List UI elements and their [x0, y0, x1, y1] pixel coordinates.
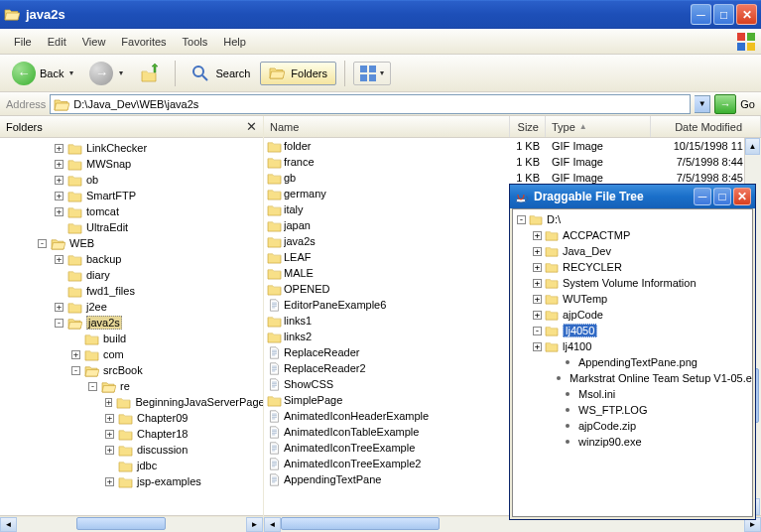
- expand-icon[interactable]: +: [105, 477, 114, 486]
- tree-item[interactable]: +ob: [0, 172, 263, 188]
- maximize-button[interactable]: □: [713, 188, 731, 205]
- expand-icon[interactable]: +: [533, 247, 542, 256]
- tree-item[interactable]: jdbc: [0, 458, 263, 473]
- list-row[interactable]: folder1 KBGIF Image10/15/1998 11: [264, 138, 761, 154]
- expand-icon[interactable]: +: [105, 398, 112, 407]
- tree-item[interactable]: +Chapter09: [0, 410, 263, 426]
- tree-item[interactable]: build: [0, 331, 263, 346]
- chevron-down-icon[interactable]: ▾: [69, 68, 73, 77]
- menu-edit[interactable]: Edit: [40, 33, 74, 51]
- go-button[interactable]: →: [714, 94, 736, 114]
- column-size[interactable]: Size: [510, 116, 546, 137]
- scroll-right-button[interactable]: ►: [246, 517, 263, 532]
- minimize-button[interactable]: ─: [691, 4, 711, 25]
- tree-item[interactable]: -srcBook: [0, 362, 263, 378]
- forward-button[interactable]: → ▾: [83, 59, 129, 88]
- tree-item[interactable]: +jsp-examples: [0, 473, 263, 489]
- scroll-thumb[interactable]: [281, 517, 440, 530]
- tree-item[interactable]: +lj4100: [515, 338, 750, 354]
- menu-view[interactable]: View: [74, 33, 114, 51]
- tree-item[interactable]: Markstrat Online Team Setup V1-05.exe: [515, 370, 750, 386]
- tree-item[interactable]: +ACCPACTMP: [515, 227, 750, 243]
- tree-item[interactable]: -java2s: [0, 315, 263, 331]
- tree-item[interactable]: WS_FTP.LOG: [515, 402, 750, 418]
- tree-item[interactable]: +RECYCLER: [515, 259, 750, 275]
- tree-item[interactable]: +System Volume Information: [515, 275, 750, 291]
- expand-icon[interactable]: +: [55, 255, 63, 264]
- tree-item[interactable]: UltraEdit: [0, 219, 263, 235]
- java-window[interactable]: Draggable File Tree ─ □ ✕ -D:\+ACCPACTMP…: [509, 184, 756, 520]
- tree-item[interactable]: +LinkChecker: [0, 140, 263, 156]
- tree-item[interactable]: -D:\: [515, 211, 750, 227]
- expand-icon[interactable]: +: [55, 144, 63, 153]
- collapse-icon[interactable]: -: [71, 366, 80, 375]
- tree-item[interactable]: ajpCode.zip: [515, 418, 750, 434]
- expand-icon[interactable]: +: [55, 192, 63, 200]
- expand-icon[interactable]: +: [71, 350, 80, 359]
- tree-item[interactable]: -re: [0, 378, 263, 394]
- tree-item[interactable]: +com: [0, 346, 263, 362]
- menu-file[interactable]: File: [6, 33, 40, 51]
- java-titlebar[interactable]: Draggable File Tree ─ □ ✕: [510, 185, 755, 208]
- tree-item[interactable]: +discussion: [0, 442, 263, 458]
- expand-icon[interactable]: +: [105, 414, 114, 423]
- tree-item[interactable]: +SmartFTP: [0, 188, 263, 203]
- collapse-icon[interactable]: -: [517, 215, 526, 224]
- menu-tools[interactable]: Tools: [175, 33, 216, 51]
- folder-tree[interactable]: +LinkChecker+MWSnap+ob+SmartFTP+tomcatUl…: [0, 138, 263, 515]
- tree-item[interactable]: +WUTemp: [515, 291, 750, 307]
- collapse-icon[interactable]: -: [88, 382, 97, 391]
- chevron-down-icon[interactable]: ▾: [119, 68, 123, 77]
- titlebar[interactable]: java2s ─ □ ✕: [0, 0, 761, 29]
- expand-icon[interactable]: +: [533, 231, 542, 240]
- back-button[interactable]: ← Back ▾: [6, 59, 79, 88]
- scroll-track[interactable]: [17, 517, 246, 532]
- scroll-thumb[interactable]: [76, 517, 166, 530]
- tree-item[interactable]: AppendingTextPane.png: [515, 354, 750, 370]
- column-type[interactable]: Type▲: [546, 116, 651, 137]
- maximize-button[interactable]: □: [713, 4, 734, 25]
- up-button[interactable]: [133, 60, 167, 87]
- tree-item[interactable]: fwd1_files: [0, 283, 263, 299]
- close-button[interactable]: ✕: [736, 4, 757, 25]
- address-dropdown[interactable]: ▼: [695, 95, 710, 113]
- expand-icon[interactable]: +: [533, 295, 542, 304]
- collapse-icon[interactable]: -: [55, 319, 63, 328]
- minimize-button[interactable]: ─: [694, 188, 711, 205]
- collapse-icon[interactable]: -: [533, 327, 542, 335]
- tree-item[interactable]: Msol.ini: [515, 386, 750, 402]
- tree-item[interactable]: +BeginningJavaServerPages: [0, 394, 263, 410]
- address-field[interactable]: D:\Java_Dev\WEB\java2s: [50, 94, 691, 114]
- close-button[interactable]: ✕: [733, 188, 751, 205]
- expand-icon[interactable]: +: [55, 207, 63, 216]
- scroll-left-button[interactable]: ◄: [264, 517, 281, 532]
- column-name[interactable]: Name: [264, 116, 510, 137]
- tree-item[interactable]: diary: [0, 267, 263, 283]
- list-row[interactable]: france1 KBGIF Image7/5/1998 8:44: [264, 154, 761, 170]
- tree-item[interactable]: +tomcat: [0, 203, 263, 219]
- search-button[interactable]: Search: [184, 60, 256, 87]
- tree-item[interactable]: +Chapter18: [0, 426, 263, 442]
- expand-icon[interactable]: +: [55, 176, 63, 185]
- java-tree-body[interactable]: -D:\+ACCPACTMP+Java_Dev+RECYCLER+System …: [512, 208, 753, 517]
- collapse-icon[interactable]: -: [38, 239, 47, 248]
- expand-icon[interactable]: +: [533, 263, 542, 272]
- expand-icon[interactable]: +: [533, 342, 542, 351]
- chevron-down-icon[interactable]: ▾: [380, 68, 384, 77]
- tree-item[interactable]: +j2ee: [0, 299, 263, 315]
- column-date[interactable]: Date Modified: [651, 116, 761, 137]
- scroll-up-button[interactable]: ▲: [745, 138, 760, 155]
- views-button[interactable]: ▾: [353, 62, 391, 85]
- expand-icon[interactable]: +: [533, 279, 542, 288]
- expand-icon[interactable]: +: [55, 303, 63, 312]
- menu-help[interactable]: Help: [215, 33, 254, 51]
- tree-item[interactable]: +MWSnap: [0, 156, 263, 172]
- expand-icon[interactable]: +: [55, 160, 63, 169]
- h-scrollbar[interactable]: ◄ ►: [0, 515, 263, 532]
- tree-item[interactable]: winzip90.exe: [515, 434, 750, 450]
- tree-item[interactable]: -WEB: [0, 235, 263, 251]
- close-icon[interactable]: ✕: [246, 119, 257, 134]
- scroll-left-button[interactable]: ◄: [0, 517, 17, 532]
- expand-icon[interactable]: +: [105, 430, 114, 439]
- expand-icon[interactable]: +: [533, 311, 542, 320]
